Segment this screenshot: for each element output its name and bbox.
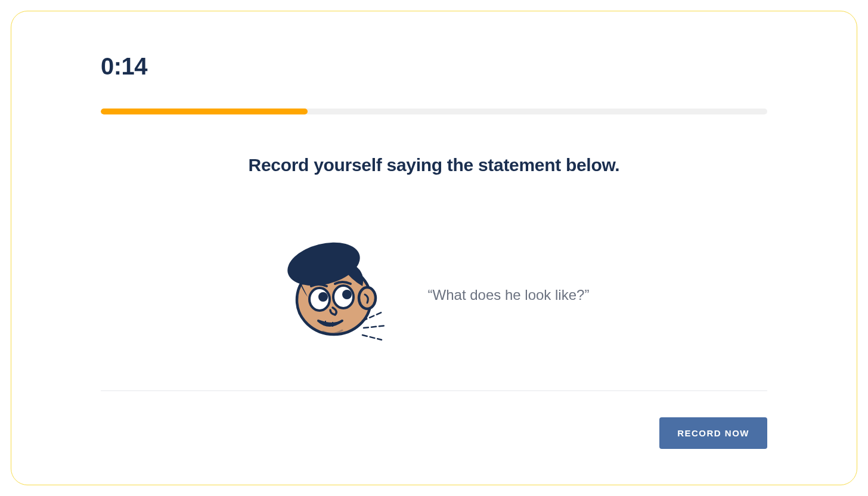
record-now-button[interactable]: RECORD NOW: [659, 417, 767, 449]
content-row: “What does he look like?”: [101, 217, 767, 373]
divider: [101, 390, 767, 391]
svg-point-6: [342, 290, 352, 299]
speaking-avatar-icon: [279, 237, 398, 353]
svg-line-8: [364, 326, 386, 328]
svg-point-4: [318, 292, 328, 302]
progress-bar: [101, 108, 767, 114]
footer-actions: RECORD NOW: [101, 417, 767, 449]
instruction-text: Record yourself saying the statement bel…: [101, 155, 767, 175]
statement-text: “What does he look like?”: [428, 287, 590, 303]
progress-fill: [101, 108, 308, 114]
exercise-card: 0:14 Record yourself saying the statemen…: [11, 11, 857, 485]
timer-display: 0:14: [101, 53, 767, 80]
svg-line-9: [362, 335, 382, 340]
